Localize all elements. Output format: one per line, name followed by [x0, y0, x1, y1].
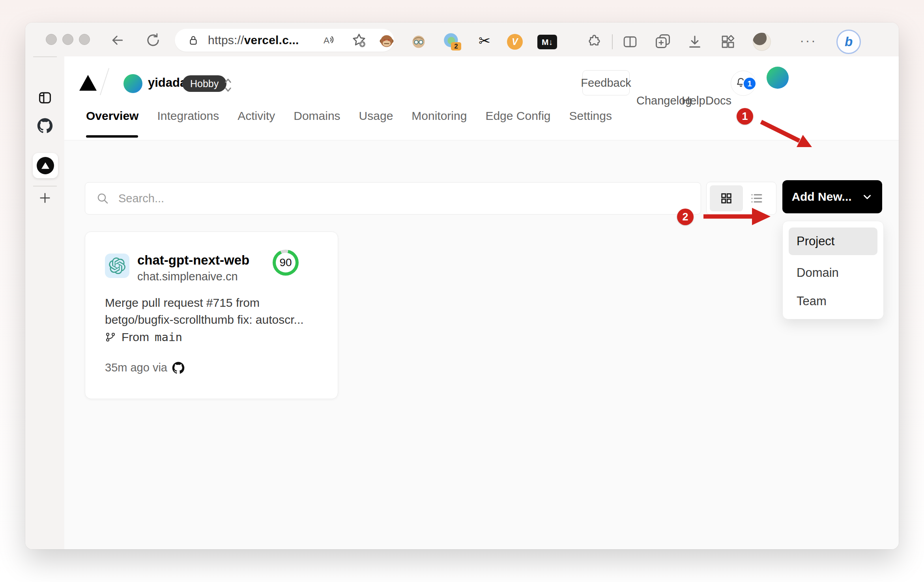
- tab-activity[interactable]: Activity: [238, 109, 275, 123]
- vercel-logo[interactable]: [79, 75, 97, 91]
- help-link[interactable]: Help: [682, 94, 705, 107]
- more-options-icon[interactable]: ···: [800, 33, 817, 48]
- search-box[interactable]: [85, 182, 701, 215]
- vercel-dashboard: yidadaa Hobby Feedback Changelog Help Do…: [64, 56, 899, 549]
- tab-usage[interactable]: Usage: [359, 109, 393, 123]
- docs-link[interactable]: Docs: [705, 94, 731, 107]
- github-icon: [172, 362, 185, 374]
- openai-logo-icon: [109, 257, 125, 274]
- branch-name: main: [155, 330, 182, 344]
- traffic-light-minimize-button[interactable]: [62, 34, 73, 45]
- feedback-button[interactable]: Feedback: [582, 70, 630, 95]
- tab-manager-badge: 2: [451, 42, 461, 50]
- vercel-sidebar-icon: [37, 157, 54, 174]
- sidebar-divider-bottom: [33, 186, 57, 187]
- list-view-button[interactable]: [743, 185, 771, 211]
- browser-profile-avatar[interactable]: [753, 33, 771, 51]
- apps-grid-icon[interactable]: [720, 34, 736, 50]
- add-new-button[interactable]: Add New...: [782, 180, 882, 213]
- browser-window: https://vercel.c... A 2 ✂ V M↓: [25, 22, 899, 549]
- lock-icon: [187, 34, 199, 47]
- avatar-extension-icon[interactable]: [410, 33, 427, 50]
- scissors-extension-icon[interactable]: ✂: [475, 32, 494, 50]
- menu-item-team[interactable]: Team: [789, 287, 877, 315]
- vercel-header: yidadaa Hobby Feedback Changelog Help Do…: [64, 56, 899, 140]
- score-ring[interactable]: 90: [273, 250, 299, 276]
- collections-icon[interactable]: [654, 33, 671, 50]
- screenshot-stage: https://vercel.c... A 2 ✂ V M↓: [0, 0, 924, 582]
- git-branch-icon: [105, 332, 116, 343]
- search-input[interactable]: [118, 192, 671, 205]
- active-tab-underline: [86, 135, 138, 138]
- team-avatar[interactable]: [123, 74, 142, 93]
- v-extension-icon[interactable]: V: [507, 34, 523, 50]
- toolbar-divider: [612, 34, 613, 49]
- branch-row: From main: [105, 330, 182, 344]
- github-sidebar-icon[interactable]: [37, 118, 53, 134]
- menu-item-domain[interactable]: Domain: [789, 259, 877, 287]
- sidebar-toggle-icon[interactable]: [37, 90, 52, 105]
- plan-badge: Hobby: [182, 75, 226, 92]
- breadcrumb-slash: [100, 68, 109, 95]
- markdown-extension-icon[interactable]: M↓: [537, 35, 557, 49]
- project-card[interactable]: chat-gpt-next-web chat.simplenaive.cn 90…: [85, 231, 338, 399]
- score-value: 90: [273, 250, 299, 276]
- traffic-light-zoom-button[interactable]: [79, 34, 90, 45]
- downloads-icon[interactable]: [686, 34, 703, 50]
- bing-chat-icon[interactable]: b: [836, 30, 861, 54]
- project-icon: [105, 254, 129, 278]
- grid-view-icon: [720, 192, 733, 205]
- view-toggle: [706, 182, 776, 215]
- reload-icon[interactable]: [145, 32, 161, 48]
- url-text: https://vercel.c...: [208, 34, 299, 47]
- edge-sidebar: [25, 56, 65, 549]
- sidebar-divider-top: [33, 56, 57, 57]
- deploy-meta: 35m ago via: [105, 361, 185, 374]
- menu-item-project[interactable]: Project: [789, 228, 877, 255]
- list-view-icon: [750, 191, 764, 205]
- project-domain[interactable]: chat.simplenaive.cn: [137, 270, 238, 283]
- tab-overview[interactable]: Overview: [86, 109, 138, 123]
- monkey-extension-icon[interactable]: [378, 33, 395, 50]
- commit-message[interactable]: Merge pull request #715 from betgo/bugfi…: [105, 294, 318, 328]
- tab-edge-config[interactable]: Edge Config: [485, 109, 550, 123]
- read-aloud-icon[interactable]: A: [322, 33, 337, 47]
- back-icon[interactable]: [110, 32, 125, 48]
- address-bar[interactable]: https://vercel.c... A: [175, 29, 394, 52]
- split-screen-icon[interactable]: [622, 34, 638, 50]
- favorite-star-icon[interactable]: [351, 32, 367, 48]
- vercel-sidebar-tab[interactable]: [33, 153, 58, 178]
- notification-count-badge: 1: [743, 76, 757, 91]
- team-switcher-icon[interactable]: [222, 76, 234, 95]
- extensions-puzzle-icon[interactable]: [586, 34, 603, 50]
- chevron-down-icon: [861, 191, 873, 203]
- project-name[interactable]: chat-gpt-next-web: [137, 253, 249, 268]
- tab-monitoring[interactable]: Monitoring: [411, 109, 467, 123]
- add-sidebar-item-icon[interactable]: [38, 191, 52, 205]
- branch-from-label: From: [122, 330, 149, 344]
- grid-view-button[interactable]: [710, 185, 743, 211]
- search-icon: [96, 192, 109, 205]
- nav-tabs: Overview Integrations Activity Domains U…: [86, 109, 612, 123]
- tab-settings[interactable]: Settings: [569, 109, 612, 123]
- svg-text:A: A: [324, 35, 329, 45]
- tab-integrations[interactable]: Integrations: [157, 109, 219, 123]
- add-new-dropdown: Project Domain Team: [782, 221, 884, 319]
- user-avatar[interactable]: [767, 67, 789, 89]
- traffic-light-close-button[interactable]: [46, 34, 57, 45]
- tab-domains[interactable]: Domains: [294, 109, 340, 123]
- browser-toolbar: https://vercel.c... A 2 ✂ V M↓: [25, 22, 899, 56]
